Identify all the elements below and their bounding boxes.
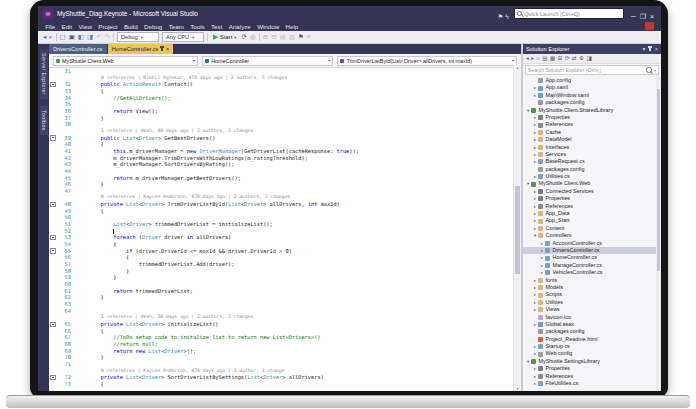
tree-item[interactable]: ▸ManageController.cs [523,262,661,269]
outlining-margin[interactable] [49,261,57,268]
nav-dropdown-2[interactable]: TrimDriverListById(List<Driver> allDrive… [337,56,517,66]
code-line[interactable]: 67 //ToDo setup code to initalize list t… [49,334,514,341]
find-icon[interactable]: ◎ [250,32,256,42]
outlining-margin[interactable] [49,241,57,248]
bookmark-icon[interactable]: ⚑ [298,32,304,42]
collapse-all-icon[interactable]: ⊟ [558,54,563,63]
code-line[interactable]: 54 { [49,241,514,248]
code-line[interactable]: 38 [49,121,514,128]
code-line[interactable]: 72 private List<Driver> SortDriverListBy… [49,374,514,381]
menu-file[interactable]: File [42,23,58,30]
code-line[interactable]: 44 [49,168,514,175]
solution-explorer-search-input[interactable]: Search Solution Explorer (Ctrl+;) ▾ [525,65,659,75]
code-editor[interactable]: 310 references | Nikhil Agtekar, 478 day… [49,68,521,391]
code-line[interactable]: 34 //GetAllDrivers(); [49,95,514,102]
collapse-region-icon[interactable] [50,235,56,241]
outlining-margin[interactable] [49,214,57,221]
outlining-margin[interactable] [49,341,57,348]
scroll-up-icon[interactable]: ▴ [514,65,521,70]
tree-item[interactable]: ▸AccountController.cs [523,240,661,247]
outlining-margin[interactable] [49,234,57,241]
tree-item[interactable]: ▸Global.asax [523,321,661,328]
outlining-margin[interactable] [49,308,57,315]
outlining-margin[interactable] [49,141,57,148]
outlining-margin[interactable] [49,248,57,255]
new-project-icon[interactable]: ▢ [60,32,66,42]
tree-item[interactable]: ▸References [523,203,661,210]
display-lines-icon[interactable]: ▤ [280,32,286,42]
navigate-backward-icon[interactable]: ◂ [43,32,46,42]
home-icon[interactable]: ⌂ [537,54,540,63]
code-line[interactable]: 51 List<Driver> trimmedDriverList = init… [49,221,514,228]
code-line[interactable]: 52 [49,228,514,235]
code-line[interactable]: 66 { [49,328,514,335]
code-line[interactable]: 47 [49,188,514,195]
editor-tab[interactable]: HomeController.cs× [108,44,174,54]
tree-item[interactable]: ▸Properties [523,365,661,372]
outlining-margin[interactable] [49,221,57,228]
sidebar-tab-server-explorer[interactable]: Server Explorer [40,49,48,99]
save-icon[interactable]: ◧ [78,32,84,42]
minimize-button[interactable]: ─ [629,13,638,20]
forward-icon[interactable]: ▸ [531,54,534,63]
outlining-margin[interactable] [49,181,57,188]
outlining-margin[interactable] [49,108,57,115]
outlining-margin[interactable] [49,294,57,301]
tree-item[interactable]: ▸Views [523,306,661,313]
codelens-annotation[interactable]: 1 reference | dksh, 48 days ago | 2 auth… [49,128,514,135]
display-columns-icon[interactable]: ▥ [289,32,295,42]
close-icon[interactable]: × [166,46,169,52]
code-line[interactable]: 60 [49,281,514,288]
outlining-margin[interactable] [49,361,57,368]
navigate-forward-icon[interactable]: ▸ [49,32,52,42]
collapse-region-icon[interactable] [50,375,56,381]
menu-window[interactable]: Window [254,23,282,30]
code-line[interactable]: 36 return View(); [49,108,514,115]
menu-view[interactable]: View [75,23,95,30]
code-line[interactable]: 57 trimmedDriverList.Add(driver); [49,261,514,268]
tree-item[interactable]: App.config [523,77,661,84]
tree-item[interactable]: ▸BaseRequest.cs [523,158,661,165]
code-line[interactable]: 73 { [49,381,514,388]
outlining-margin[interactable] [49,374,57,381]
menu-debug[interactable]: Debug [141,23,166,30]
editor-scrollbar-thumb[interactable] [515,186,520,274]
outlining-margin[interactable] [49,334,57,341]
menu-tools[interactable]: Tools [187,23,208,30]
outlining-margin[interactable] [49,121,57,128]
code-line[interactable]: 61 return trimmedDriverList; [49,288,514,295]
nav-dropdown-1[interactable]: HomeController▾ [202,56,333,66]
code-line[interactable]: 41 this.m_driverManager = new DriverMana… [49,148,514,155]
code-line[interactable]: 69 return new List<Driver>(); [49,348,514,355]
feedback-icon[interactable]: ϟ [505,13,508,20]
code-line[interactable]: 33 { [49,88,514,95]
outlining-margin[interactable] [49,175,57,182]
code-line[interactable]: 65 private List<Driver> initializeList() [49,321,514,328]
redo-icon[interactable]: ↷ [105,32,110,42]
outlining-margin[interactable] [49,274,57,281]
outlining-margin[interactable] [49,101,57,108]
tree-item[interactable]: ▸Scripts [523,291,661,298]
code-line[interactable]: 64 [49,308,514,315]
collapse-region-icon[interactable] [50,135,56,141]
outlining-margin[interactable] [49,228,57,235]
sidebar-tab-toolbox[interactable]: Toolbox [40,106,48,135]
tree-item[interactable]: ▸VehiclesController.cs [523,269,661,276]
tree-item[interactable]: ▸DriversController.cs [523,247,661,254]
sync-with-active-document-icon[interactable]: ⇄ [572,54,577,63]
scroll-down-icon[interactable]: ▾ [514,386,521,391]
outlining-margin[interactable] [49,88,57,95]
pin-icon[interactable] [161,47,163,51]
properties-icon[interactable]: ⚙ [579,54,584,63]
outlining-margin[interactable] [49,348,57,355]
outlining-margin[interactable] [49,81,57,88]
code-line[interactable]: 49 { [49,208,514,215]
code-line[interactable]: 40 { [49,141,514,148]
tree-item[interactable]: ▸Web.config [523,350,661,357]
outlining-margin[interactable] [49,208,57,215]
tree-item[interactable]: ▾MyShuttle.SettingsLibrary [523,358,661,365]
show-all-files-icon[interactable]: ▦ [550,54,555,63]
close-button[interactable]: × [648,13,656,20]
tree-item[interactable]: ▸App_Data [523,210,661,217]
pin-icon[interactable] [649,47,651,51]
